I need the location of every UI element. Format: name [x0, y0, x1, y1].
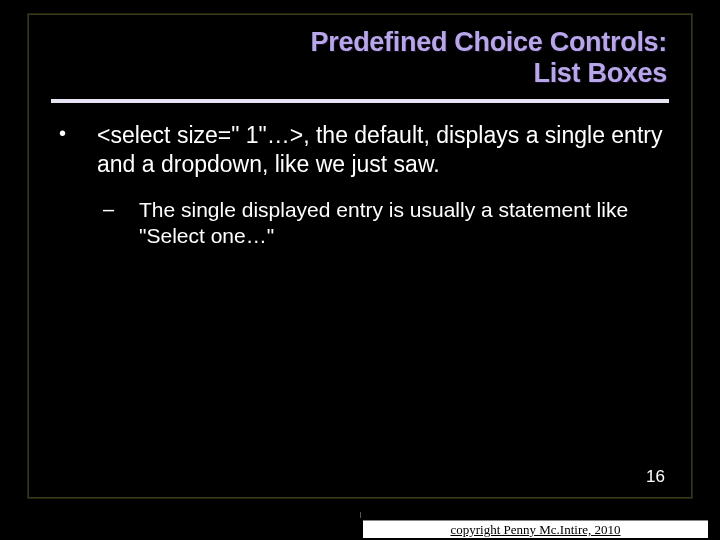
bullet-marker: • — [53, 121, 97, 179]
copyright-text: copyright Penny Mc.Intire, 2010 — [363, 520, 708, 538]
bullet-text: <select size=" 1"…>, the default, displa… — [97, 121, 667, 179]
bullet-item: • <select size=" 1"…>, the default, disp… — [53, 121, 667, 179]
slide-title: Predefined Choice Controls: List Boxes — [29, 15, 691, 93]
slide-body: • <select size=" 1"…>, the default, disp… — [29, 103, 691, 249]
sub-bullet-marker: – — [103, 197, 139, 250]
slide-frame: Predefined Choice Controls: List Boxes •… — [28, 14, 692, 498]
page-number: 16 — [646, 467, 665, 487]
title-line-1: Predefined Choice Controls: — [311, 27, 667, 57]
copyright-bar: copyright Penny Mc.Intire, 2010 — [0, 518, 720, 540]
sub-bullet-text: The single displayed entry is usually a … — [139, 197, 667, 250]
sub-bullet-item: – The single displayed entry is usually … — [53, 197, 667, 250]
title-line-2: List Boxes — [533, 58, 667, 88]
